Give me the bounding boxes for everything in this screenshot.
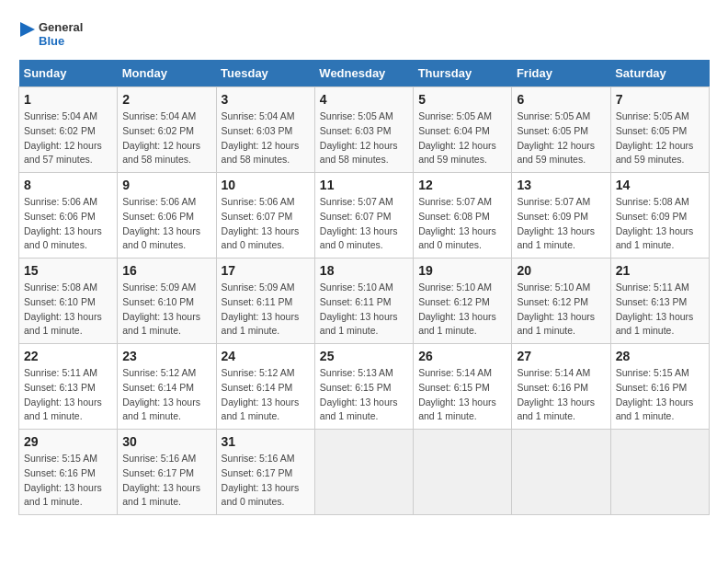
day-info: Sunrise: 5:07 AMSunset: 6:09 PMDaylight:… <box>517 195 605 253</box>
day-info: Sunrise: 5:05 AMSunset: 6:05 PMDaylight:… <box>517 109 605 167</box>
table-row: 9 Sunrise: 5:06 AMSunset: 6:06 PMDayligh… <box>118 173 216 259</box>
day-number: 6 <box>517 92 605 107</box>
table-row: 25 Sunrise: 5:13 AMSunset: 6:15 PMDaylig… <box>314 344 413 430</box>
day-info: Sunrise: 5:10 AMSunset: 6:12 PMDaylight:… <box>517 281 605 339</box>
header-tuesday: Tuesday <box>216 60 314 87</box>
day-number: 27 <box>517 349 605 363</box>
day-info: Sunrise: 5:12 AMSunset: 6:14 PMDaylight:… <box>222 366 310 424</box>
svg-text:Blue: Blue <box>39 34 64 48</box>
table-row: 12 Sunrise: 5:07 AMSunset: 6:08 PMDaylig… <box>414 173 512 259</box>
day-info: Sunrise: 5:09 AMSunset: 6:11 PMDaylight:… <box>222 281 310 339</box>
logo: GeneralBlue <box>18 18 92 51</box>
day-number: 5 <box>418 92 506 107</box>
day-number: 3 <box>222 92 310 107</box>
day-info: Sunrise: 5:16 AMSunset: 6:17 PMDaylight:… <box>222 452 310 510</box>
table-row: 26 Sunrise: 5:14 AMSunset: 6:15 PMDaylig… <box>414 344 512 430</box>
header-monday: Monday <box>118 60 216 87</box>
day-info: Sunrise: 5:04 AMSunset: 6:02 PMDaylight:… <box>24 109 112 167</box>
table-row: 2 Sunrise: 5:04 AMSunset: 6:02 PMDayligh… <box>118 87 216 173</box>
table-row: 11 Sunrise: 5:07 AMSunset: 6:07 PMDaylig… <box>314 173 413 259</box>
table-row: 20 Sunrise: 5:10 AMSunset: 6:12 PMDaylig… <box>512 259 610 344</box>
day-number: 1 <box>24 92 112 107</box>
table-row <box>512 430 610 515</box>
day-info: Sunrise: 5:14 AMSunset: 6:16 PMDaylight:… <box>517 366 605 424</box>
day-number: 4 <box>320 92 408 107</box>
table-row: 15 Sunrise: 5:08 AMSunset: 6:10 PMDaylig… <box>19 259 118 344</box>
table-row: 1 Sunrise: 5:04 AMSunset: 6:02 PMDayligh… <box>19 87 118 173</box>
day-number: 25 <box>320 349 408 363</box>
table-row: 31 Sunrise: 5:16 AMSunset: 6:17 PMDaylig… <box>216 430 314 515</box>
day-number: 10 <box>222 178 310 192</box>
day-number: 21 <box>616 263 704 278</box>
day-info: Sunrise: 5:06 AMSunset: 6:07 PMDaylight:… <box>222 195 310 253</box>
header-thursday: Thursday <box>414 60 512 87</box>
table-row <box>414 430 512 515</box>
table-row: 19 Sunrise: 5:10 AMSunset: 6:12 PMDaylig… <box>414 259 512 344</box>
day-number: 31 <box>222 434 310 449</box>
table-row: 22 Sunrise: 5:11 AMSunset: 6:13 PMDaylig… <box>19 344 118 430</box>
day-info: Sunrise: 5:15 AMSunset: 6:16 PMDaylight:… <box>616 366 704 424</box>
table-row: 16 Sunrise: 5:09 AMSunset: 6:10 PMDaylig… <box>118 259 216 344</box>
day-info: Sunrise: 5:07 AMSunset: 6:07 PMDaylight:… <box>320 195 408 253</box>
day-info: Sunrise: 5:12 AMSunset: 6:14 PMDaylight:… <box>122 366 210 424</box>
day-info: Sunrise: 5:10 AMSunset: 6:12 PMDaylight:… <box>418 281 506 339</box>
table-row: 28 Sunrise: 5:15 AMSunset: 6:16 PMDaylig… <box>610 344 709 430</box>
day-number: 23 <box>122 349 210 363</box>
table-row: 10 Sunrise: 5:06 AMSunset: 6:07 PMDaylig… <box>216 173 314 259</box>
table-row: 18 Sunrise: 5:10 AMSunset: 6:11 PMDaylig… <box>314 259 413 344</box>
logo-svg: GeneralBlue <box>18 18 92 51</box>
calendar-week-3: 15 Sunrise: 5:08 AMSunset: 6:10 PMDaylig… <box>19 259 710 344</box>
day-number: 16 <box>122 263 210 278</box>
day-number: 13 <box>517 178 605 192</box>
table-row <box>314 430 413 515</box>
day-info: Sunrise: 5:04 AMSunset: 6:03 PMDaylight:… <box>222 109 310 167</box>
table-row: 21 Sunrise: 5:11 AMSunset: 6:13 PMDaylig… <box>610 259 709 344</box>
header-friday: Friday <box>512 60 610 87</box>
table-row: 27 Sunrise: 5:14 AMSunset: 6:16 PMDaylig… <box>512 344 610 430</box>
table-row: 4 Sunrise: 5:05 AMSunset: 6:03 PMDayligh… <box>314 87 413 173</box>
day-number: 22 <box>24 349 112 363</box>
day-number: 28 <box>616 349 704 363</box>
day-info: Sunrise: 5:14 AMSunset: 6:15 PMDaylight:… <box>418 366 506 424</box>
calendar-week-5: 29 Sunrise: 5:15 AMSunset: 6:16 PMDaylig… <box>19 430 710 515</box>
day-info: Sunrise: 5:16 AMSunset: 6:17 PMDaylight:… <box>122 452 210 510</box>
svg-marker-2 <box>20 22 35 37</box>
table-row: 17 Sunrise: 5:09 AMSunset: 6:11 PMDaylig… <box>216 259 314 344</box>
day-info: Sunrise: 5:11 AMSunset: 6:13 PMDaylight:… <box>616 281 704 339</box>
table-row: 13 Sunrise: 5:07 AMSunset: 6:09 PMDaylig… <box>512 173 610 259</box>
header-wednesday: Wednesday <box>314 60 413 87</box>
day-number: 7 <box>616 92 704 107</box>
day-info: Sunrise: 5:05 AMSunset: 6:03 PMDaylight:… <box>320 109 408 167</box>
calendar-week-4: 22 Sunrise: 5:11 AMSunset: 6:13 PMDaylig… <box>19 344 710 430</box>
table-row <box>610 430 709 515</box>
day-number: 19 <box>418 263 506 278</box>
table-row: 23 Sunrise: 5:12 AMSunset: 6:14 PMDaylig… <box>118 344 216 430</box>
day-info: Sunrise: 5:04 AMSunset: 6:02 PMDaylight:… <box>122 109 210 167</box>
table-row: 30 Sunrise: 5:16 AMSunset: 6:17 PMDaylig… <box>118 430 216 515</box>
table-row: 7 Sunrise: 5:05 AMSunset: 6:05 PMDayligh… <box>610 87 709 173</box>
table-row: 8 Sunrise: 5:06 AMSunset: 6:06 PMDayligh… <box>19 173 118 259</box>
day-number: 26 <box>418 349 506 363</box>
day-number: 18 <box>320 263 408 278</box>
day-info: Sunrise: 5:11 AMSunset: 6:13 PMDaylight:… <box>24 366 112 424</box>
table-row: 14 Sunrise: 5:08 AMSunset: 6:09 PMDaylig… <box>610 173 709 259</box>
day-number: 2 <box>122 92 210 107</box>
day-number: 14 <box>616 178 704 192</box>
day-number: 11 <box>320 178 408 192</box>
svg-text:General: General <box>39 20 83 34</box>
table-row: 6 Sunrise: 5:05 AMSunset: 6:05 PMDayligh… <box>512 87 610 173</box>
table-row: 5 Sunrise: 5:05 AMSunset: 6:04 PMDayligh… <box>414 87 512 173</box>
table-row: 3 Sunrise: 5:04 AMSunset: 6:03 PMDayligh… <box>216 87 314 173</box>
day-number: 30 <box>122 434 210 449</box>
day-info: Sunrise: 5:09 AMSunset: 6:10 PMDaylight:… <box>122 281 210 339</box>
table-row: 24 Sunrise: 5:12 AMSunset: 6:14 PMDaylig… <box>216 344 314 430</box>
day-info: Sunrise: 5:10 AMSunset: 6:11 PMDaylight:… <box>320 281 408 339</box>
day-number: 12 <box>418 178 506 192</box>
day-info: Sunrise: 5:05 AMSunset: 6:04 PMDaylight:… <box>418 109 506 167</box>
day-info: Sunrise: 5:07 AMSunset: 6:08 PMDaylight:… <box>418 195 506 253</box>
day-info: Sunrise: 5:05 AMSunset: 6:05 PMDaylight:… <box>616 109 704 167</box>
header-sunday: Sunday <box>19 60 118 87</box>
day-info: Sunrise: 5:08 AMSunset: 6:09 PMDaylight:… <box>616 195 704 253</box>
day-info: Sunrise: 5:06 AMSunset: 6:06 PMDaylight:… <box>122 195 210 253</box>
calendar-header-row: SundayMondayTuesdayWednesdayThursdayFrid… <box>19 60 710 87</box>
